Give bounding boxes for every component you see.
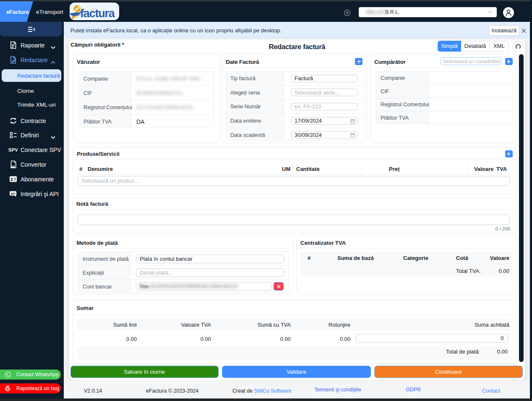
svg-text:API: API [10, 192, 15, 195]
svg-text:factura: factura [80, 7, 115, 20]
svg-text:PDF: PDF [10, 165, 14, 168]
